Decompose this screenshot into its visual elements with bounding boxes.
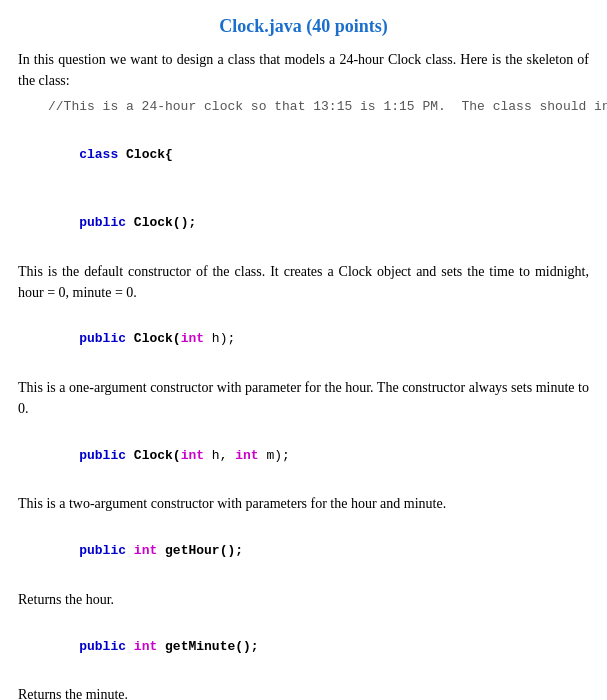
clock-one-arg-constructor: Clock(: [134, 331, 181, 346]
class-declaration-block: class Clock{: [48, 124, 589, 186]
int-keyword-3: int: [235, 448, 258, 463]
comment-line: //This is a 24-hour clock so that 13:15 …: [48, 97, 589, 118]
int-keyword-4: int: [134, 543, 157, 558]
get-hour-desc: Returns the hour.: [18, 589, 589, 610]
class-declaration-line: class Clock{: [48, 124, 589, 186]
param-h2: h,: [204, 448, 235, 463]
public-keyword-3: public: [79, 448, 134, 463]
intro-paragraph: In this question we want to design a cla…: [18, 49, 589, 91]
comment-block: //This is a 24-hour clock so that 13:15 …: [48, 97, 589, 118]
get-minute-sig: public int getMinute();: [48, 616, 589, 678]
page-title: Clock.java (40 points): [18, 16, 589, 37]
constructor-two-arg-desc: This is a two-argument constructor with …: [18, 493, 589, 514]
int-keyword-1: int: [181, 331, 204, 346]
get-minute-desc: Returns the minute.: [18, 684, 589, 700]
public-keyword-1: public: [79, 215, 134, 230]
int-keyword-5: int: [134, 639, 157, 654]
public-keyword-5: public: [79, 639, 134, 654]
param-m1: m);: [259, 448, 290, 463]
get-minute-method: getMinute();: [157, 639, 258, 654]
get-hour-method: getHour();: [157, 543, 243, 558]
public-keyword-2: public: [79, 331, 134, 346]
public-keyword-4: public: [79, 543, 134, 558]
clock-default-constructor: Clock();: [134, 215, 196, 230]
class-keyword: class: [79, 147, 126, 162]
int-keyword-2: int: [181, 448, 204, 463]
get-hour-sig: public int getHour();: [48, 520, 589, 582]
constructor-default-desc: This is the default constructor of the c…: [18, 261, 589, 303]
clock-two-arg-constructor: Clock(: [134, 448, 181, 463]
class-name: Clock{: [126, 147, 173, 162]
constructor-two-arg-sig: public Clock(int h, int m);: [48, 425, 589, 487]
constructor-one-arg-sig: public Clock(int h);: [48, 309, 589, 371]
constructor-default-sig: public Clock();: [48, 192, 589, 254]
param-h1: h);: [204, 331, 235, 346]
constructor-one-arg-desc: This is a one-argument constructor with …: [18, 377, 589, 419]
